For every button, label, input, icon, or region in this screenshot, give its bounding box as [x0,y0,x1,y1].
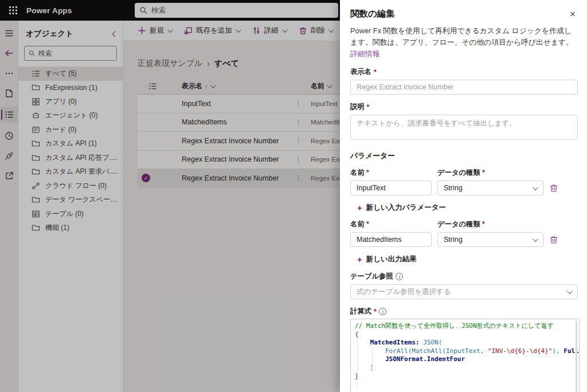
new-output-button[interactable]: +新しい出力結果 [357,254,578,264]
info-icon: i [396,273,403,280]
display-name-label: 表示名* [350,67,578,77]
learn-more-link[interactable]: 詳細情報 [350,49,379,58]
new-input-parameter-button[interactable]: +新しい入力パラメーター [357,203,578,213]
delete-parameter-trash-icon[interactable] [549,235,558,244]
dialog-title: 関数の編集 [350,8,395,20]
param-datatype-label: データの種類 * [437,219,543,229]
output-datatype-dropdown[interactable]: String [437,232,543,247]
indent-guide [372,347,373,373]
param-name-input[interactable] [350,181,432,195]
output-name-input[interactable] [350,232,432,247]
param-datatype-label: データの種類 * [437,168,543,178]
delete-parameter-trash-icon[interactable] [549,183,558,193]
description-label: 説明* [350,102,578,112]
formula-code-editor[interactable]: // Match関数を使って全件取得し、JSON形式のテキストにして返す{ Ma… [350,319,580,392]
close-icon[interactable]: × [568,8,578,20]
param-name-label: 名前 * [350,168,432,178]
description-textarea[interactable] [350,115,578,140]
table-reference-dropdown[interactable]: 式のテーブル参照を選択する [350,284,578,299]
formula-code: // Match関数を使って全件取得し、JSON形式のテキストにして返す{ Ma… [355,322,573,381]
modal-dim-overlay [0,0,340,392]
input-parameter-row: 名前 * データの種類 * String [350,162,578,195]
info-icon: i [379,308,386,315]
formula-label: 計算式*i [350,307,578,316]
display-name-input[interactable] [350,80,578,95]
output-parameter-row: 名前 * データの種類 * String [350,214,578,247]
plus-icon: + [357,204,362,212]
table-reference-label: テーブル参照i [350,272,578,281]
chevron-down-icon [533,185,538,190]
chevron-down-icon [567,288,573,294]
indent-guide [357,339,358,389]
editor-scrollbar[interactable] [576,320,577,392]
param-datatype-dropdown[interactable]: String [437,181,543,195]
param-name-label: 名前 * [350,219,432,229]
chevron-down-icon [533,236,538,242]
edit-function-dialog: 関数の編集 × Power Fx 関数を使用して再利用できるカスタム ロジックを… [340,0,587,392]
dialog-description: Power Fx 関数を使用して再利用できるカスタム ロジックを作成します。関数… [350,25,578,60]
plus-icon: + [357,256,362,264]
parameters-heading: パラメーター [350,151,578,161]
screen: Power Apps 検索 オブジェクト [0,0,587,392]
